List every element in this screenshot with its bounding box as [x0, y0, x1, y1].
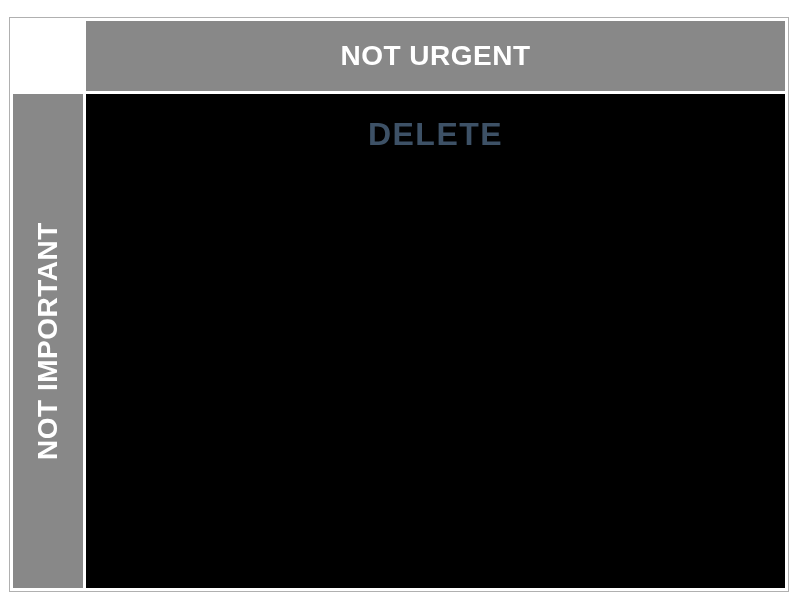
row-header-label: NOT IMPORTANT — [32, 222, 64, 460]
quadrant-delete: DELETE — [86, 94, 785, 588]
column-header-label: NOT URGENT — [340, 40, 530, 72]
matrix-corner-cell — [13, 21, 83, 91]
column-header-not-urgent: NOT URGENT — [86, 21, 785, 91]
eisenhower-matrix-quadrant: NOT URGENT NOT IMPORTANT DELETE — [9, 17, 789, 592]
row-header-not-important: NOT IMPORTANT — [13, 94, 83, 588]
quadrant-title: DELETE — [368, 116, 503, 153]
